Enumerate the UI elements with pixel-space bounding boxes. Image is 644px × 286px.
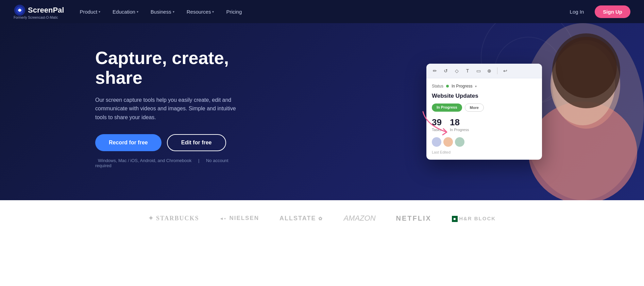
logo-area[interactable]: ScreenPal Formerly Screencast-O-Matic	[14, 4, 64, 19]
toolbar-icon-pen[interactable]: ✏	[431, 67, 439, 75]
edit-for-free-button[interactable]: Edit for free	[167, 134, 226, 151]
card-tab-more[interactable]: More	[465, 104, 484, 112]
hero-visual: ✏ ↺ ◇ T ▭ ⊕ ↩ Status In Progress ▾ Websi…	[406, 23, 644, 200]
login-button[interactable]: Log In	[564, 6, 590, 17]
logo-icon	[14, 4, 26, 16]
toolbar-icon-eraser[interactable]: ◇	[453, 67, 460, 75]
arrow-decoration	[420, 108, 464, 139]
nav-right: Log In Sign Up	[564, 5, 630, 18]
toolbar-icon-text[interactable]: T	[464, 67, 471, 75]
toolbar-icon-rect[interactable]: ▭	[475, 67, 482, 75]
nav-links: Product ▾ Education ▾ Business ▾ Resourc…	[74, 6, 564, 17]
card-last-edited: Last Edited	[432, 150, 537, 154]
svg-point-2	[18, 9, 21, 11]
svg-point-8	[556, 37, 617, 98]
nav-item-product[interactable]: Product ▾	[74, 6, 106, 17]
signup-button[interactable]: Sign Up	[595, 5, 630, 18]
brand-netflix: NETFLIX	[396, 214, 431, 222]
logo-name: ScreenPal	[14, 4, 64, 16]
toolbar-icon-zoom[interactable]: ⊕	[486, 67, 493, 75]
nav-item-business[interactable]: Business ▾	[145, 6, 180, 17]
status-value: In Progress	[452, 84, 472, 89]
brand-allstate: Allstate ✿	[279, 215, 323, 222]
chevron-down-icon: ▾	[212, 10, 214, 14]
navbar: ScreenPal Formerly Screencast-O-Matic Pr…	[0, 0, 644, 23]
hero-section: Capture, create, share Our screen captur…	[0, 23, 644, 200]
nav-item-resources[interactable]: Resources ▾	[181, 6, 220, 17]
toolbar-divider	[497, 67, 497, 74]
nav-item-education[interactable]: Education ▾	[107, 6, 144, 17]
brand-hrblock: ■H&R BLOCK	[452, 216, 496, 221]
record-for-free-button[interactable]: Record for free	[95, 134, 162, 151]
card-title: Website Updates	[432, 93, 537, 99]
chevron-down-icon: ▾	[173, 10, 174, 14]
brand-amazon: amazon	[343, 214, 375, 223]
brand-nielsen: ◄• Nielsen	[220, 215, 259, 222]
hero-description: Our screen capture tools help you easily…	[95, 96, 238, 122]
toolbar-icon-undo[interactable]: ↩	[502, 67, 509, 75]
status-chevron-icon: ▾	[475, 84, 477, 88]
hero-buttons: Record for free Edit for free	[95, 134, 238, 151]
hero-title: Capture, create, share	[95, 48, 238, 87]
status-label-text: Status	[432, 84, 443, 89]
brand-starbucks: ✦STARBUCKS	[148, 214, 199, 222]
hero-content: Capture, create, share Our screen captur…	[0, 48, 238, 168]
status-row: Status In Progress ▾	[432, 84, 537, 89]
chevron-down-icon: ▾	[137, 10, 138, 14]
chevron-down-icon: ▾	[99, 10, 100, 14]
status-dot	[446, 85, 449, 88]
ui-toolbar: ✏ ↺ ◇ T ▭ ⊕ ↩	[426, 64, 542, 78]
toolbar-icon-brush[interactable]: ↺	[442, 67, 450, 75]
hero-note: Windows, Mac / iOS, Android, and Chromeb…	[95, 158, 238, 168]
logo-sub: Formerly Screencast-O-Matic	[14, 16, 64, 19]
nav-item-pricing[interactable]: Pricing	[221, 6, 247, 17]
brands-bar: ✦STARBUCKS ◄• Nielsen Allstate ✿ amazon …	[0, 200, 644, 236]
